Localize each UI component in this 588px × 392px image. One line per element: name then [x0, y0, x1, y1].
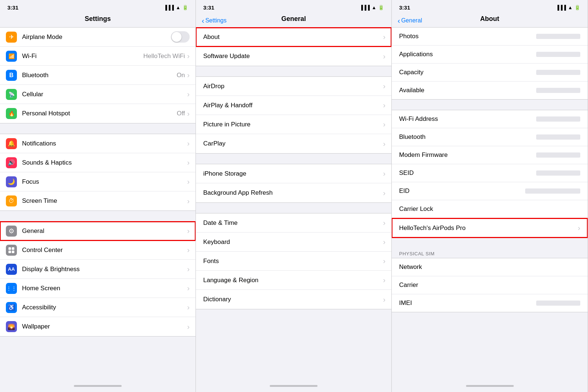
pip-label: Picture in Picture	[203, 121, 383, 128]
homescreen-chevron	[187, 284, 190, 292]
settings-item-notifications[interactable]: 🔔 Notifications	[0, 134, 196, 153]
available-value	[536, 88, 580, 93]
imei-label: IMEI	[399, 299, 412, 307]
screentime-label: Screen Time	[22, 197, 187, 205]
about-chevron	[383, 33, 386, 41]
about-item-capacity[interactable]: Capacity	[392, 64, 588, 82]
hotspot-label: Personal Hotspot	[22, 110, 177, 117]
general-list[interactable]: About Software Update AirDrop AirPlay & …	[196, 27, 391, 380]
settings-item-controlcenter[interactable]: Control Center	[0, 241, 196, 260]
panel-about: 3:31 ▐▐▐ ▲ 🔋 ‹ General About Photos Appl…	[392, 0, 588, 392]
homescreen-label: Home Screen	[22, 285, 187, 292]
fonts-label: Fonts	[203, 258, 383, 265]
about-list[interactable]: Photos Applications Capacity Available W…	[392, 27, 588, 380]
about-item-modem[interactable]: Modem Firmware	[392, 146, 588, 164]
settings-item-airplane[interactable]: ✈ Airplane Mode	[0, 28, 196, 47]
home-indicator-3	[466, 385, 514, 387]
settings-item-homescreen[interactable]: ⋮⋮ Home Screen	[0, 279, 196, 298]
cellular-icon: 📡	[6, 89, 17, 100]
settings-item-accessibility[interactable]: ♿ Accessibility	[0, 298, 196, 317]
bgrefresh-chevron	[383, 189, 386, 197]
physical-sim-header: PHYSICAL SIM	[392, 248, 588, 258]
general-item-storage[interactable]: iPhone Storage	[196, 164, 391, 183]
softwareupdate-label: Software Update	[203, 53, 383, 60]
bottom-bar-1	[0, 380, 196, 392]
general-item-airplay[interactable]: AirPlay & Handoff	[196, 96, 391, 115]
group-spacer-3	[0, 337, 196, 347]
datetime-chevron	[383, 219, 386, 227]
about-item-airpods[interactable]: HelloTech's AirPods Pro	[392, 218, 588, 238]
datetime-label: Date & Time	[203, 219, 383, 227]
back-button-3[interactable]: ‹ General	[398, 16, 422, 25]
general-item-airdrop[interactable]: AirDrop	[196, 77, 391, 96]
wifiaddress-label: Wi-Fi Address	[399, 115, 438, 123]
settings-item-wifi[interactable]: 📶 Wi-Fi HelloTech WiFi	[0, 47, 196, 66]
general-item-carplay[interactable]: CarPlay	[196, 134, 391, 153]
about-group-sim: Network Carrier IMEI	[392, 258, 588, 312]
screentime-icon: ⏱	[6, 195, 17, 206]
notifications-label: Notifications	[22, 140, 187, 147]
general-item-pip[interactable]: Picture in Picture	[196, 115, 391, 134]
general-item-softwareupdate[interactable]: Software Update	[196, 47, 391, 66]
back-button-2[interactable]: ‹ Settings	[202, 16, 226, 25]
about-item-photos[interactable]: Photos	[392, 28, 588, 46]
settings-item-general[interactable]: ⚙ General	[0, 222, 196, 241]
about-item-seid[interactable]: SEID	[392, 164, 588, 182]
general-item-language[interactable]: Language & Region	[196, 271, 391, 290]
general-item-datetime[interactable]: Date & Time	[196, 213, 391, 233]
sounds-icon: 🔊	[6, 157, 17, 168]
modem-label: Modem Firmware	[399, 151, 448, 159]
hotspot-icon: 🔥	[6, 108, 17, 119]
settings-item-screentime[interactable]: ⏱ Screen Time	[0, 191, 196, 211]
sounds-label: Sounds & Haptics	[22, 159, 187, 166]
about-item-carrierlock[interactable]: Carrier Lock	[392, 200, 588, 218]
settings-item-focus[interactable]: 🌙 Focus	[0, 172, 196, 191]
general-group-2: AirDrop AirPlay & Handoff Picture in Pic…	[196, 76, 391, 154]
about-item-imei[interactable]: IMEI	[392, 294, 588, 312]
about-item-carrier[interactable]: Carrier	[392, 276, 588, 294]
settings-item-cellular[interactable]: 📡 Cellular	[0, 85, 196, 104]
nav-header-3: ‹ General About	[392, 14, 588, 27]
softwareupdate-chevron	[383, 52, 386, 61]
home-indicator-1	[74, 385, 122, 387]
notifications-icon: 🔔	[6, 138, 17, 149]
back-label-3[interactable]: General	[401, 17, 422, 24]
about-item-bluetooth-address[interactable]: Bluetooth	[392, 128, 588, 146]
about-item-eid[interactable]: EID	[392, 182, 588, 200]
general-item-fonts[interactable]: Fonts	[196, 252, 391, 271]
battery-icon-2: 🔋	[378, 5, 384, 10]
settings-list-1[interactable]: ✈ Airplane Mode 📶 Wi-Fi HelloTech WiFi B…	[0, 27, 196, 380]
bluetooth-icon: B	[6, 70, 17, 81]
about-item-network[interactable]: Network	[392, 258, 588, 276]
general-item-about[interactable]: About	[196, 28, 391, 47]
about-group-mid: Wi-Fi Address Bluetooth Modem Firmware S…	[392, 110, 588, 218]
bluetooth-addr-label: Bluetooth	[399, 133, 426, 141]
about-item-wifi-address[interactable]: Wi-Fi Address	[392, 110, 588, 128]
imei-value	[536, 301, 580, 306]
settings-item-bluetooth[interactable]: B Bluetooth On	[0, 66, 196, 85]
notifications-chevron	[187, 139, 190, 148]
controlcenter-chevron	[187, 246, 190, 254]
wifiaddress-value	[536, 116, 580, 122]
airplane-toggle[interactable]	[171, 31, 190, 43]
settings-item-hotspot[interactable]: 🔥 Personal Hotspot Off	[0, 104, 196, 123]
storage-chevron	[383, 169, 386, 178]
display-chevron	[187, 265, 190, 273]
physical-sim-section: PHYSICAL SIM Network Carrier IMEI	[392, 248, 588, 312]
status-time-3: 3:31	[399, 4, 410, 11]
about-item-available[interactable]: Available	[392, 82, 588, 99]
general-item-bgrefresh[interactable]: Background App Refresh	[196, 183, 391, 202]
status-bar-1: 3:31 ▐▐▐ ▲ 🔋	[0, 0, 196, 14]
bottom-bar-3	[392, 380, 588, 392]
eid-label: EID	[399, 187, 409, 195]
general-item-keyboard[interactable]: Keyboard	[196, 233, 391, 252]
seid-label: SEID	[399, 169, 414, 177]
settings-item-wallpaper[interactable]: 🌄 Wallpaper	[0, 317, 196, 336]
settings-item-sounds[interactable]: 🔊 Sounds & Haptics	[0, 153, 196, 172]
general-item-dictionary[interactable]: Dictionary	[196, 290, 391, 309]
general-chevron	[187, 227, 190, 235]
svg-rect-1	[12, 247, 14, 250]
back-label-2[interactable]: Settings	[205, 17, 227, 24]
settings-item-display[interactable]: AA Display & Brightness	[0, 260, 196, 279]
about-item-applications[interactable]: Applications	[392, 46, 588, 64]
